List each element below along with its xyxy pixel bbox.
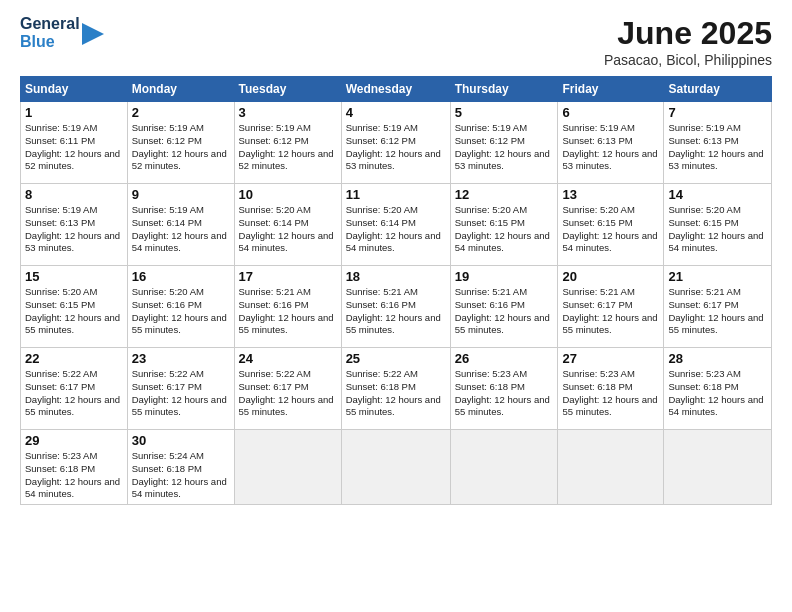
day-detail: Sunrise: 5:20 AMSunset: 6:15 PMDaylight:… — [455, 204, 550, 253]
day-number: 29 — [25, 433, 123, 448]
day-detail: Sunrise: 5:19 AMSunset: 6:14 PMDaylight:… — [132, 204, 227, 253]
day-cell: 22 Sunrise: 5:22 AMSunset: 6:17 PMDaylig… — [21, 348, 128, 430]
day-cell: 4 Sunrise: 5:19 AMSunset: 6:12 PMDayligh… — [341, 102, 450, 184]
day-cell: 5 Sunrise: 5:19 AMSunset: 6:12 PMDayligh… — [450, 102, 558, 184]
day-number: 13 — [562, 187, 659, 202]
day-cell: 29 Sunrise: 5:23 AMSunset: 6:18 PMDaylig… — [21, 430, 128, 505]
day-detail: Sunrise: 5:21 AMSunset: 6:16 PMDaylight:… — [455, 286, 550, 335]
week-row-5: 29 Sunrise: 5:23 AMSunset: 6:18 PMDaylig… — [21, 430, 772, 505]
day-cell: 10 Sunrise: 5:20 AMSunset: 6:14 PMDaylig… — [234, 184, 341, 266]
day-detail: Sunrise: 5:20 AMSunset: 6:14 PMDaylight:… — [346, 204, 441, 253]
calendar-title: June 2025 — [604, 15, 772, 52]
day-detail: Sunrise: 5:23 AMSunset: 6:18 PMDaylight:… — [668, 368, 763, 417]
day-detail: Sunrise: 5:22 AMSunset: 6:17 PMDaylight:… — [132, 368, 227, 417]
day-cell: 11 Sunrise: 5:20 AMSunset: 6:14 PMDaylig… — [341, 184, 450, 266]
day-detail: Sunrise: 5:23 AMSunset: 6:18 PMDaylight:… — [455, 368, 550, 417]
week-row-4: 22 Sunrise: 5:22 AMSunset: 6:17 PMDaylig… — [21, 348, 772, 430]
day-detail: Sunrise: 5:19 AMSunset: 6:13 PMDaylight:… — [25, 204, 120, 253]
logo-general: General — [20, 15, 80, 33]
day-cell — [234, 430, 341, 505]
day-number: 21 — [668, 269, 767, 284]
logo-chevron-icon — [82, 23, 104, 45]
day-number: 25 — [346, 351, 446, 366]
day-detail: Sunrise: 5:23 AMSunset: 6:18 PMDaylight:… — [562, 368, 657, 417]
day-number: 5 — [455, 105, 554, 120]
week-row-3: 15 Sunrise: 5:20 AMSunset: 6:15 PMDaylig… — [21, 266, 772, 348]
day-number: 30 — [132, 433, 230, 448]
day-detail: Sunrise: 5:20 AMSunset: 6:15 PMDaylight:… — [25, 286, 120, 335]
day-cell — [341, 430, 450, 505]
day-number: 27 — [562, 351, 659, 366]
day-detail: Sunrise: 5:21 AMSunset: 6:17 PMDaylight:… — [668, 286, 763, 335]
day-cell: 27 Sunrise: 5:23 AMSunset: 6:18 PMDaylig… — [558, 348, 664, 430]
day-cell: 6 Sunrise: 5:19 AMSunset: 6:13 PMDayligh… — [558, 102, 664, 184]
day-number: 20 — [562, 269, 659, 284]
col-header-wednesday: Wednesday — [341, 77, 450, 102]
day-cell: 12 Sunrise: 5:20 AMSunset: 6:15 PMDaylig… — [450, 184, 558, 266]
day-cell: 25 Sunrise: 5:22 AMSunset: 6:18 PMDaylig… — [341, 348, 450, 430]
day-number: 28 — [668, 351, 767, 366]
day-number: 16 — [132, 269, 230, 284]
day-number: 11 — [346, 187, 446, 202]
day-cell — [450, 430, 558, 505]
day-number: 3 — [239, 105, 337, 120]
day-detail: Sunrise: 5:21 AMSunset: 6:17 PMDaylight:… — [562, 286, 657, 335]
day-cell: 1 Sunrise: 5:19 AMSunset: 6:11 PMDayligh… — [21, 102, 128, 184]
day-cell: 20 Sunrise: 5:21 AMSunset: 6:17 PMDaylig… — [558, 266, 664, 348]
day-number: 10 — [239, 187, 337, 202]
day-detail: Sunrise: 5:20 AMSunset: 6:15 PMDaylight:… — [668, 204, 763, 253]
day-cell: 23 Sunrise: 5:22 AMSunset: 6:17 PMDaylig… — [127, 348, 234, 430]
day-cell: 19 Sunrise: 5:21 AMSunset: 6:16 PMDaylig… — [450, 266, 558, 348]
day-number: 8 — [25, 187, 123, 202]
calendar-table: SundayMondayTuesdayWednesdayThursdayFrid… — [20, 76, 772, 505]
day-number: 9 — [132, 187, 230, 202]
day-number: 12 — [455, 187, 554, 202]
day-number: 18 — [346, 269, 446, 284]
week-row-1: 1 Sunrise: 5:19 AMSunset: 6:11 PMDayligh… — [21, 102, 772, 184]
day-cell — [664, 430, 772, 505]
col-header-tuesday: Tuesday — [234, 77, 341, 102]
day-detail: Sunrise: 5:24 AMSunset: 6:18 PMDaylight:… — [132, 450, 227, 499]
day-detail: Sunrise: 5:20 AMSunset: 6:15 PMDaylight:… — [562, 204, 657, 253]
day-cell — [558, 430, 664, 505]
day-number: 23 — [132, 351, 230, 366]
day-detail: Sunrise: 5:19 AMSunset: 6:12 PMDaylight:… — [346, 122, 441, 171]
day-number: 4 — [346, 105, 446, 120]
week-row-2: 8 Sunrise: 5:19 AMSunset: 6:13 PMDayligh… — [21, 184, 772, 266]
day-cell: 2 Sunrise: 5:19 AMSunset: 6:12 PMDayligh… — [127, 102, 234, 184]
day-cell: 26 Sunrise: 5:23 AMSunset: 6:18 PMDaylig… — [450, 348, 558, 430]
day-cell: 16 Sunrise: 5:20 AMSunset: 6:16 PMDaylig… — [127, 266, 234, 348]
day-cell: 21 Sunrise: 5:21 AMSunset: 6:17 PMDaylig… — [664, 266, 772, 348]
day-detail: Sunrise: 5:19 AMSunset: 6:12 PMDaylight:… — [239, 122, 334, 171]
calendar-subtitle: Pasacao, Bicol, Philippines — [604, 52, 772, 68]
day-detail: Sunrise: 5:21 AMSunset: 6:16 PMDaylight:… — [346, 286, 441, 335]
day-number: 26 — [455, 351, 554, 366]
day-detail: Sunrise: 5:20 AMSunset: 6:14 PMDaylight:… — [239, 204, 334, 253]
day-cell: 28 Sunrise: 5:23 AMSunset: 6:18 PMDaylig… — [664, 348, 772, 430]
day-number: 15 — [25, 269, 123, 284]
day-number: 1 — [25, 105, 123, 120]
day-cell: 7 Sunrise: 5:19 AMSunset: 6:13 PMDayligh… — [664, 102, 772, 184]
day-cell: 18 Sunrise: 5:21 AMSunset: 6:16 PMDaylig… — [341, 266, 450, 348]
day-detail: Sunrise: 5:20 AMSunset: 6:16 PMDaylight:… — [132, 286, 227, 335]
day-number: 17 — [239, 269, 337, 284]
col-header-sunday: Sunday — [21, 77, 128, 102]
header-row: SundayMondayTuesdayWednesdayThursdayFrid… — [21, 77, 772, 102]
day-detail: Sunrise: 5:23 AMSunset: 6:18 PMDaylight:… — [25, 450, 120, 499]
title-block: June 2025 Pasacao, Bicol, Philippines — [604, 15, 772, 68]
col-header-thursday: Thursday — [450, 77, 558, 102]
day-cell: 15 Sunrise: 5:20 AMSunset: 6:15 PMDaylig… — [21, 266, 128, 348]
header: General Blue June 2025 Pasacao, Bicol, P… — [20, 15, 772, 68]
col-header-monday: Monday — [127, 77, 234, 102]
day-number: 6 — [562, 105, 659, 120]
day-cell: 17 Sunrise: 5:21 AMSunset: 6:16 PMDaylig… — [234, 266, 341, 348]
day-detail: Sunrise: 5:22 AMSunset: 6:17 PMDaylight:… — [239, 368, 334, 417]
day-cell: 30 Sunrise: 5:24 AMSunset: 6:18 PMDaylig… — [127, 430, 234, 505]
logo-blue: Blue — [20, 33, 80, 51]
day-detail: Sunrise: 5:19 AMSunset: 6:11 PMDaylight:… — [25, 122, 120, 171]
day-number: 19 — [455, 269, 554, 284]
day-number: 14 — [668, 187, 767, 202]
day-cell: 3 Sunrise: 5:19 AMSunset: 6:12 PMDayligh… — [234, 102, 341, 184]
logo: General Blue — [20, 15, 104, 52]
day-detail: Sunrise: 5:22 AMSunset: 6:18 PMDaylight:… — [346, 368, 441, 417]
